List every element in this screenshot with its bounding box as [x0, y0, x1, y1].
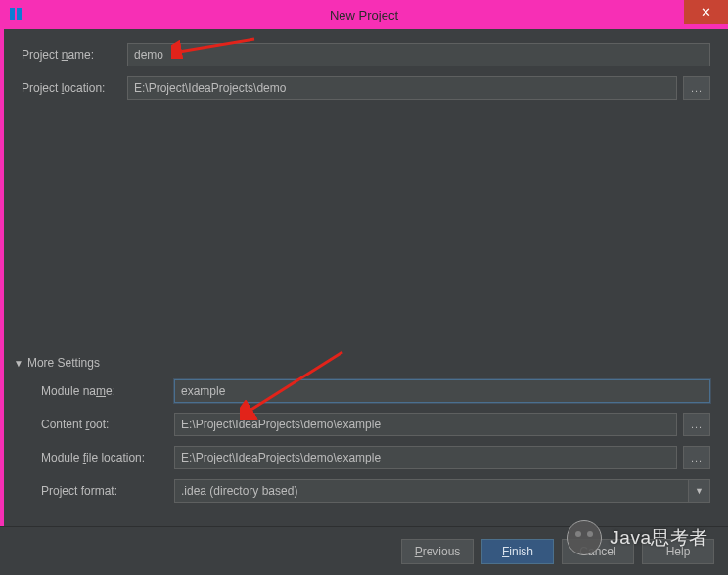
project-location-row: Project location: ... — [18, 76, 710, 100]
project-format-row: Project format: .idea (directory based) … — [18, 479, 710, 503]
close-icon: ✕ — [701, 5, 711, 20]
window-title: New Project — [330, 8, 398, 22]
module-name-row: Module name: — [18, 379, 710, 403]
project-format-select[interactable]: .idea (directory based) ▼ — [174, 479, 710, 503]
app-icon — [8, 6, 23, 24]
browse-module-file-button[interactable]: ... — [683, 446, 710, 469]
left-accent — [0, 29, 4, 575]
finish-button[interactable]: Finish — [481, 539, 554, 564]
browse-content-root-button[interactable]: ... — [683, 413, 710, 436]
cancel-button[interactable]: Cancel — [562, 539, 634, 564]
module-name-label: Module name: — [18, 384, 174, 398]
more-settings-label: More Settings — [27, 356, 100, 370]
project-format-label: Project format: — [18, 484, 174, 498]
content-root-input[interactable] — [174, 413, 677, 436]
project-name-input[interactable] — [127, 43, 710, 66]
help-button[interactable]: Help — [642, 539, 714, 564]
dialog-content: Project name: Project location: ... ▼ Mo… — [10, 29, 718, 526]
ellipsis-icon: ... — [691, 419, 703, 430]
module-name-input[interactable] — [174, 379, 710, 403]
chevron-down-icon: ▼ — [689, 479, 710, 503]
project-location-input[interactable] — [127, 76, 677, 100]
content-root-row: Content root: ... — [18, 413, 710, 436]
svg-rect-1 — [17, 8, 22, 20]
button-bar: Previous Finish Cancel Help — [0, 526, 728, 575]
content-root-label: Content root: — [18, 418, 174, 431]
project-location-label: Project location: — [18, 81, 127, 95]
svg-rect-0 — [10, 8, 15, 20]
titlebar: New Project ✕ — [0, 0, 728, 29]
ellipsis-icon: ... — [691, 452, 703, 464]
module-file-row: Module file location: ... — [18, 446, 710, 469]
project-name-label: Project name: — [18, 48, 127, 62]
browse-location-button[interactable]: ... — [683, 76, 710, 100]
ellipsis-icon: ... — [691, 82, 703, 94]
module-file-input[interactable] — [174, 446, 677, 469]
previous-button[interactable]: Previous — [401, 539, 474, 564]
project-format-value: .idea (directory based) — [174, 479, 689, 503]
chevron-down-icon: ▼ — [14, 358, 23, 369]
module-file-label: Module file location: — [18, 451, 174, 464]
close-button[interactable]: ✕ — [684, 0, 728, 24]
more-settings-toggle[interactable]: ▼ More Settings — [14, 356, 710, 370]
project-name-row: Project name: — [18, 43, 710, 66]
